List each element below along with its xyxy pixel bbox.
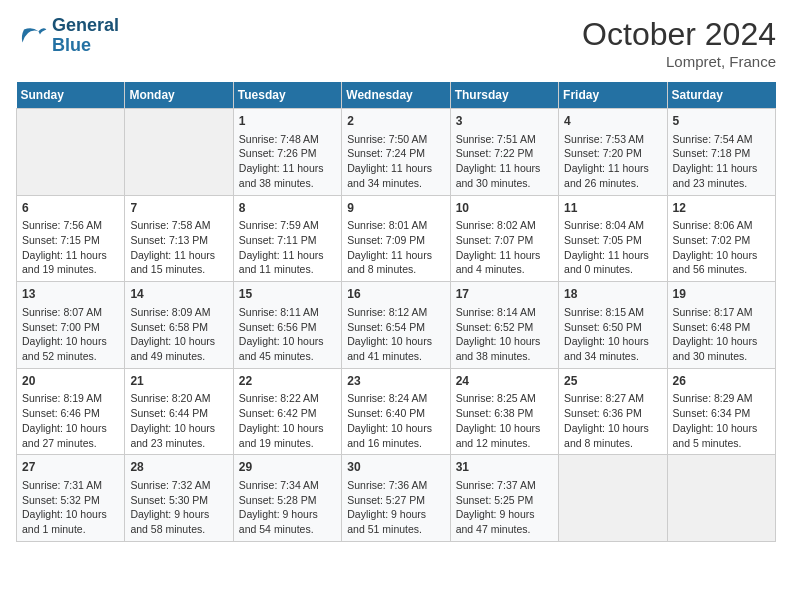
sunrise-text: Sunrise: 7:48 AM <box>239 133 319 145</box>
sunset-text: Sunset: 7:13 PM <box>130 234 208 246</box>
weekday-header: Wednesday <box>342 82 450 109</box>
day-number: 25 <box>564 373 661 390</box>
day-number: 3 <box>456 113 553 130</box>
calendar-day-cell: 29 Sunrise: 7:34 AM Sunset: 5:28 PM Dayl… <box>233 455 341 542</box>
sunrise-text: Sunrise: 8:11 AM <box>239 306 319 318</box>
calendar-week-row: 13 Sunrise: 8:07 AM Sunset: 7:00 PM Dayl… <box>17 282 776 369</box>
location: Lompret, France <box>582 53 776 70</box>
daylight-text: Daylight: 11 hours and 8 minutes. <box>347 249 432 276</box>
calendar-day-cell: 27 Sunrise: 7:31 AM Sunset: 5:32 PM Dayl… <box>17 455 125 542</box>
sunset-text: Sunset: 6:54 PM <box>347 321 425 333</box>
weekday-header: Monday <box>125 82 233 109</box>
calendar-day-cell: 4 Sunrise: 7:53 AM Sunset: 7:20 PM Dayli… <box>559 109 667 196</box>
sunrise-text: Sunrise: 8:01 AM <box>347 219 427 231</box>
daylight-text: Daylight: 10 hours and 38 minutes. <box>456 335 541 362</box>
day-number: 31 <box>456 459 553 476</box>
daylight-text: Daylight: 11 hours and 26 minutes. <box>564 162 649 189</box>
sunrise-text: Sunrise: 8:24 AM <box>347 392 427 404</box>
sunrise-text: Sunrise: 7:34 AM <box>239 479 319 491</box>
calendar-week-row: 6 Sunrise: 7:56 AM Sunset: 7:15 PM Dayli… <box>17 195 776 282</box>
sunrise-text: Sunrise: 8:09 AM <box>130 306 210 318</box>
sunrise-text: Sunrise: 7:54 AM <box>673 133 753 145</box>
sunrise-text: Sunrise: 8:20 AM <box>130 392 210 404</box>
sunset-text: Sunset: 5:32 PM <box>22 494 100 506</box>
calendar-day-cell <box>125 109 233 196</box>
daylight-text: Daylight: 10 hours and 52 minutes. <box>22 335 107 362</box>
daylight-text: Daylight: 9 hours and 58 minutes. <box>130 508 209 535</box>
weekday-header: Saturday <box>667 82 775 109</box>
daylight-text: Daylight: 11 hours and 15 minutes. <box>130 249 215 276</box>
daylight-text: Daylight: 9 hours and 47 minutes. <box>456 508 535 535</box>
weekday-header: Friday <box>559 82 667 109</box>
day-number: 26 <box>673 373 770 390</box>
day-number: 11 <box>564 200 661 217</box>
calendar-week-row: 20 Sunrise: 8:19 AM Sunset: 6:46 PM Dayl… <box>17 368 776 455</box>
sunset-text: Sunset: 6:58 PM <box>130 321 208 333</box>
sunset-text: Sunset: 7:00 PM <box>22 321 100 333</box>
calendar-day-cell: 25 Sunrise: 8:27 AM Sunset: 6:36 PM Dayl… <box>559 368 667 455</box>
sunrise-text: Sunrise: 7:56 AM <box>22 219 102 231</box>
sunset-text: Sunset: 6:50 PM <box>564 321 642 333</box>
sunrise-text: Sunrise: 7:32 AM <box>130 479 210 491</box>
calendar-day-cell: 31 Sunrise: 7:37 AM Sunset: 5:25 PM Dayl… <box>450 455 558 542</box>
daylight-text: Daylight: 10 hours and 27 minutes. <box>22 422 107 449</box>
calendar-day-cell: 19 Sunrise: 8:17 AM Sunset: 6:48 PM Dayl… <box>667 282 775 369</box>
daylight-text: Daylight: 9 hours and 54 minutes. <box>239 508 318 535</box>
sunrise-text: Sunrise: 7:59 AM <box>239 219 319 231</box>
calendar-day-cell: 10 Sunrise: 8:02 AM Sunset: 7:07 PM Dayl… <box>450 195 558 282</box>
sunset-text: Sunset: 7:11 PM <box>239 234 317 246</box>
sunset-text: Sunset: 5:25 PM <box>456 494 534 506</box>
sunset-text: Sunset: 5:27 PM <box>347 494 425 506</box>
daylight-text: Daylight: 11 hours and 0 minutes. <box>564 249 649 276</box>
calendar-day-cell: 14 Sunrise: 8:09 AM Sunset: 6:58 PM Dayl… <box>125 282 233 369</box>
daylight-text: Daylight: 10 hours and 5 minutes. <box>673 422 758 449</box>
sunrise-text: Sunrise: 8:15 AM <box>564 306 644 318</box>
logo-icon <box>16 20 48 52</box>
calendar-day-cell: 5 Sunrise: 7:54 AM Sunset: 7:18 PM Dayli… <box>667 109 775 196</box>
logo: General Blue <box>16 16 119 56</box>
sunset-text: Sunset: 6:44 PM <box>130 407 208 419</box>
sunset-text: Sunset: 6:48 PM <box>673 321 751 333</box>
calendar-table: SundayMondayTuesdayWednesdayThursdayFrid… <box>16 82 776 542</box>
sunrise-text: Sunrise: 7:58 AM <box>130 219 210 231</box>
sunrise-text: Sunrise: 8:06 AM <box>673 219 753 231</box>
sunset-text: Sunset: 7:18 PM <box>673 147 751 159</box>
calendar-day-cell: 30 Sunrise: 7:36 AM Sunset: 5:27 PM Dayl… <box>342 455 450 542</box>
sunrise-text: Sunrise: 8:27 AM <box>564 392 644 404</box>
calendar-day-cell: 28 Sunrise: 7:32 AM Sunset: 5:30 PM Dayl… <box>125 455 233 542</box>
day-number: 27 <box>22 459 119 476</box>
day-number: 18 <box>564 286 661 303</box>
daylight-text: Daylight: 10 hours and 12 minutes. <box>456 422 541 449</box>
day-number: 13 <box>22 286 119 303</box>
daylight-text: Daylight: 10 hours and 19 minutes. <box>239 422 324 449</box>
sunset-text: Sunset: 6:52 PM <box>456 321 534 333</box>
daylight-text: Daylight: 11 hours and 23 minutes. <box>673 162 758 189</box>
sunset-text: Sunset: 6:38 PM <box>456 407 534 419</box>
sunset-text: Sunset: 5:30 PM <box>130 494 208 506</box>
calendar-day-cell: 22 Sunrise: 8:22 AM Sunset: 6:42 PM Dayl… <box>233 368 341 455</box>
sunset-text: Sunset: 6:46 PM <box>22 407 100 419</box>
calendar-day-cell <box>559 455 667 542</box>
calendar-day-cell: 16 Sunrise: 8:12 AM Sunset: 6:54 PM Dayl… <box>342 282 450 369</box>
calendar-day-cell: 24 Sunrise: 8:25 AM Sunset: 6:38 PM Dayl… <box>450 368 558 455</box>
daylight-text: Daylight: 11 hours and 19 minutes. <box>22 249 107 276</box>
sunrise-text: Sunrise: 8:29 AM <box>673 392 753 404</box>
sunset-text: Sunset: 7:05 PM <box>564 234 642 246</box>
daylight-text: Daylight: 10 hours and 30 minutes. <box>673 335 758 362</box>
sunrise-text: Sunrise: 8:02 AM <box>456 219 536 231</box>
daylight-text: Daylight: 10 hours and 45 minutes. <box>239 335 324 362</box>
sunrise-text: Sunrise: 8:14 AM <box>456 306 536 318</box>
calendar-day-cell: 12 Sunrise: 8:06 AM Sunset: 7:02 PM Dayl… <box>667 195 775 282</box>
daylight-text: Daylight: 11 hours and 11 minutes. <box>239 249 324 276</box>
day-number: 9 <box>347 200 444 217</box>
sunrise-text: Sunrise: 8:12 AM <box>347 306 427 318</box>
day-number: 14 <box>130 286 227 303</box>
day-number: 7 <box>130 200 227 217</box>
day-number: 2 <box>347 113 444 130</box>
logo-line1: General <box>52 16 119 36</box>
day-number: 28 <box>130 459 227 476</box>
day-number: 12 <box>673 200 770 217</box>
sunrise-text: Sunrise: 7:36 AM <box>347 479 427 491</box>
calendar-week-row: 27 Sunrise: 7:31 AM Sunset: 5:32 PM Dayl… <box>17 455 776 542</box>
day-number: 5 <box>673 113 770 130</box>
